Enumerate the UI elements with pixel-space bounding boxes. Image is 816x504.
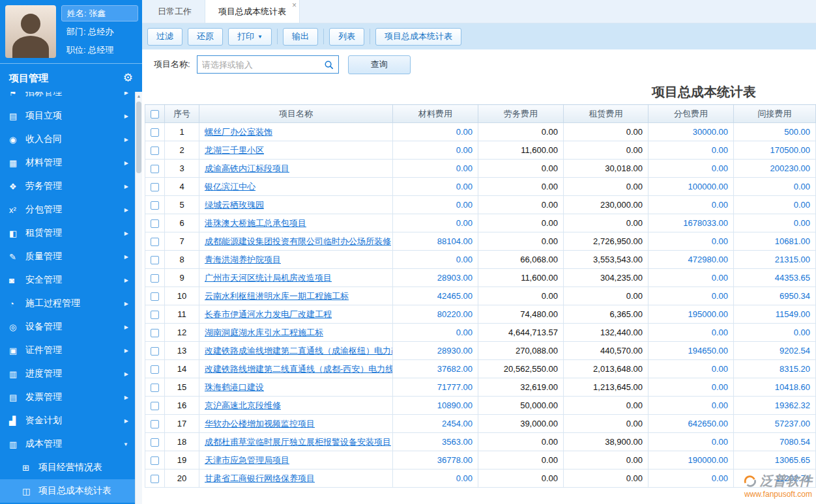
header-project-name: 项目名称 [199, 105, 393, 123]
sidebar-scrollbar[interactable]: ▲ [135, 92, 142, 504]
project-name-link[interactable]: 长春市伊通河水力发电厂改建工程 [205, 309, 332, 319]
row-checkbox[interactable] [151, 256, 159, 264]
row-checkbox[interactable] [151, 274, 159, 283]
row-checkbox[interactable] [151, 183, 159, 191]
project-name-link[interactable]: 绿城云栖玫瑰园 [205, 200, 264, 210]
sidebar-item[interactable]: ◉收入合同▶ [0, 128, 135, 151]
sidebar-item[interactable]: ◙安全管理▶ [0, 268, 135, 292]
project-name-link[interactable]: 湖南洞庭湖水库引水工程施工标 [205, 328, 323, 337]
labor-cost: 11,600.00 [478, 269, 564, 287]
header-labor-cost: 劳务费用 [478, 105, 564, 123]
report-name-button[interactable]: 项目总成本统计表 [375, 28, 461, 46]
sidebar-subitem[interactable]: ◫项目总成本统计表 [0, 479, 135, 503]
row-checkbox[interactable] [151, 238, 159, 246]
project-name-link[interactable]: 广州市天河区统计局机房改造项目 [205, 273, 332, 283]
query-button[interactable]: 查询 [348, 55, 411, 74]
sidebar-item[interactable]: ▤发票管理▶ [0, 385, 135, 409]
scroll-up-icon[interactable]: ▲ [136, 92, 142, 100]
indirect-cost: 7080.54 [734, 433, 816, 451]
row-checkbox[interactable] [151, 384, 159, 392]
project-name-link[interactable]: 青海洪湖养护院项目 [205, 255, 281, 264]
row-checkbox-cell [145, 214, 165, 232]
report-title: 项目总成本统计表 [142, 79, 816, 104]
row-index: 10 [165, 287, 199, 305]
close-icon[interactable]: × [292, 1, 297, 9]
sidebar-item[interactable]: ▥进度管理▶ [0, 362, 135, 385]
select-all-checkbox[interactable] [151, 110, 159, 119]
project-name-link[interactable]: 甘肃省工商银行网络保养项目 [205, 473, 315, 483]
list-button[interactable]: 列表 [329, 28, 364, 46]
project-name-link[interactable]: 港珠澳大桥施工总承包项目 [205, 218, 306, 228]
row-checkbox[interactable] [151, 347, 159, 356]
project-name-cell: 龙湖三千里小区 [199, 141, 393, 160]
material-cost: 0.00 [393, 251, 478, 269]
project-name-link[interactable]: 成都能源建设集团投资有限公司临时办公场所装修 [205, 236, 391, 246]
row-checkbox[interactable] [151, 292, 159, 301]
report-grid-icon: ⊞ [22, 463, 38, 473]
subcontract-cost: 30000.00 [648, 123, 734, 141]
sidebar-subitem[interactable]: ⊞项目经营情况表 [0, 456, 135, 479]
header-material-cost: 材料费用 [393, 105, 478, 123]
row-checkbox[interactable] [151, 402, 159, 410]
gear-icon[interactable]: ⚙ [123, 64, 133, 92]
row-checkbox-cell [145, 469, 165, 488]
project-name-link[interactable]: 龙湖三千里小区 [205, 145, 264, 155]
row-checkbox[interactable] [151, 128, 159, 137]
header-subcontract-cost: 分包费用 [648, 105, 734, 123]
sidebar-item[interactable]: ▥成本管理▼ [0, 432, 135, 456]
row-checkbox[interactable] [151, 147, 159, 155]
table-row: 8青海洪湖养护院项目0.0066,068.003,553,543.0047298… [145, 251, 816, 269]
menu-item-label: 质量管理 [25, 251, 124, 262]
row-index: 14 [165, 360, 199, 378]
export-button[interactable]: 输出 [283, 28, 318, 46]
project-name-link[interactable]: 京沪高速北京段维修 [205, 400, 281, 410]
sidebar-item[interactable]: ▤项目立项▶ [0, 104, 135, 128]
row-checkbox[interactable] [151, 201, 159, 210]
sidebar-item[interactable]: ◎设备管理▶ [0, 315, 135, 339]
sidebar-item[interactable]: ❖劳务管理▶ [0, 175, 135, 198]
row-checkbox[interactable] [151, 311, 159, 319]
project-name-link[interactable]: 银亿滨江中心 [205, 182, 255, 191]
subcontract-cost: 0.00 [648, 232, 734, 251]
row-checkbox[interactable] [151, 456, 159, 465]
material-cost: 37682.00 [393, 360, 478, 378]
project-name-link[interactable]: 华软办公楼增加视频监控项目 [205, 419, 315, 428]
project-name-link[interactable]: 螺丝厂办公室装饰 [205, 127, 272, 137]
sidebar-item[interactable]: ⚑招标管理▶ [0, 92, 135, 104]
row-checkbox[interactable] [151, 475, 159, 483]
chevron-down-icon: ▼ [257, 34, 263, 40]
lease-icon: ◧ [9, 229, 25, 238]
sidebar-item[interactable]: ✎质量管理▶ [0, 245, 135, 268]
search-icon[interactable] [324, 60, 334, 70]
project-name-link[interactable]: 改建铁路线增建第二线直通线（成都-西安）电力线 [205, 364, 393, 374]
print-button[interactable]: 打印▼ [228, 28, 272, 46]
restore-button[interactable]: 还原 [188, 28, 223, 46]
project-name-link[interactable]: 成渝高铁内江标段项目 [205, 163, 289, 173]
tab-project-cost-report[interactable]: 项目总成本统计表 × [205, 0, 300, 23]
sidebar-item[interactable]: x²分包管理▶ [0, 198, 135, 221]
sidebar-item[interactable]: ▣证件管理▶ [0, 339, 135, 362]
project-name-link[interactable]: 珠海鹤港口建设 [205, 382, 264, 392]
project-name-link[interactable]: 天津市应急管理局项目 [205, 455, 289, 465]
scrollbar-thumb[interactable] [136, 102, 141, 173]
material-cost: 80220.00 [393, 305, 478, 324]
project-name-input[interactable] [202, 60, 324, 70]
row-checkbox[interactable] [151, 219, 159, 228]
row-checkbox[interactable] [151, 365, 159, 374]
row-checkbox[interactable] [151, 329, 159, 337]
row-checkbox[interactable] [151, 165, 159, 173]
project-name-link[interactable]: 云南水利枢纽潜明水库一期工程施工标 [205, 291, 349, 301]
sidebar-item[interactable]: ◔施工过程管理▶ [0, 292, 135, 315]
labor-cost: 0.00 [478, 178, 564, 196]
menu-item-label: 发票管理 [25, 391, 124, 403]
equipment-icon: ◎ [9, 322, 25, 332]
sidebar-item[interactable]: ▦材料管理▶ [0, 151, 135, 175]
row-checkbox[interactable] [151, 438, 159, 447]
sidebar-item[interactable]: ▟资金计划▶ [0, 409, 135, 432]
project-name-link[interactable]: 改建铁路成渝线增建第二直通线（成渝枢纽）电力改 [205, 346, 393, 356]
tab-daily-work[interactable]: 日常工作 [145, 0, 205, 23]
row-checkbox[interactable] [151, 420, 159, 428]
sidebar-item[interactable]: ◧租赁管理▶ [0, 221, 135, 245]
filter-button[interactable]: 过滤 [147, 28, 182, 46]
project-name-link[interactable]: 成都杜甫草堂临时展厅独立展柜报警设备安装项目 [205, 437, 391, 447]
